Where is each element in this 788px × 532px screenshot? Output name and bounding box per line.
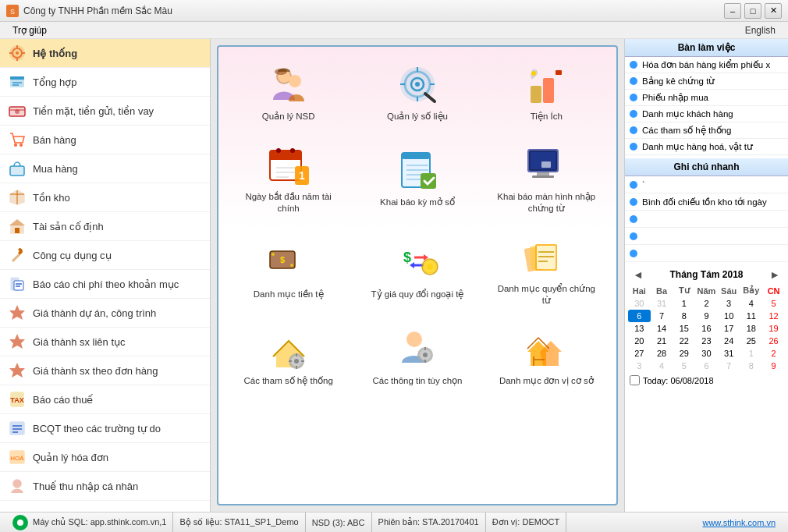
- calendar-day[interactable]: 18: [740, 322, 763, 335]
- calendar-day[interactable]: 31: [718, 347, 740, 360]
- sidebar-item-thuethu[interactable]: Thuế thu nhập cá nhân: [0, 472, 210, 501]
- content-item-danhmucdonvi[interactable]: Danh mục đơn vị cơ sở: [486, 321, 607, 393]
- calendar-day[interactable]: 12: [762, 310, 785, 322]
- calendar-day[interactable]: 1: [673, 297, 695, 310]
- content-item-cacthamso[interactable]: Các tham số hệ thống: [228, 321, 349, 393]
- calendar-day[interactable]: 1: [740, 347, 763, 360]
- sidebar-item-taisan[interactable]: Tài sản cố định: [0, 212, 210, 241]
- content-item-quanlynsd[interactable]: Quản lý NSD: [228, 56, 349, 129]
- calendar-day[interactable]: 2: [695, 297, 718, 310]
- calendar-day[interactable]: 14: [651, 322, 673, 335]
- content-item-khaibaomanh[interactable]: Khai báo màn hình nhập chứng từ: [486, 137, 607, 221]
- workspace-item-1[interactable]: Bảng kê chứng từ: [625, 73, 788, 90]
- sidebar-item-congcu[interactable]: Công cụ dụng cụ: [0, 241, 210, 270]
- sidebar-item-tienmat[interactable]: Tiền mặt, tiền gửi, tiền vay: [0, 97, 210, 126]
- sidebar-item-bcqt[interactable]: BCQT theo các trường tự do: [0, 414, 210, 443]
- sidebar-item-baocaothue[interactable]: TAX Báo cáo thuế: [0, 385, 210, 414]
- calendar-prev-button[interactable]: ◄: [630, 268, 647, 281]
- status-website[interactable]: www.sthink.com.vn: [696, 512, 782, 532]
- sidebar-item-banhang[interactable]: Bán hàng: [0, 126, 210, 154]
- content-item-tygiaquyoi[interactable]: $ Tỷ giá quy đổi ngoại tệ: [357, 229, 477, 313]
- sidebar-item-baocaochiphi[interactable]: Báo cáo chi phí theo khoản mục: [0, 270, 210, 299]
- content-item-ngaybatdau[interactable]: 1 Ngày bắt đầu năm tài chính: [228, 137, 349, 221]
- workspace-dot: [630, 77, 637, 85]
- calendar-day[interactable]: 7: [718, 360, 740, 372]
- sidebar-item-giathanhduan[interactable]: Giá thành dự án, công trình: [0, 299, 210, 328]
- close-button[interactable]: ✕: [765, 3, 782, 19]
- content-item-danhmucquyen[interactable]: Danh mục quyển chứng từ: [486, 229, 607, 313]
- calendar-day[interactable]: 21: [651, 335, 673, 347]
- sidebar-item-tonkho[interactable]: Tồn kho: [0, 183, 210, 212]
- calendar-day[interactable]: 23: [695, 335, 718, 347]
- language-selector[interactable]: English: [739, 23, 782, 37]
- calendar-day[interactable]: 15: [673, 322, 695, 335]
- calendar-day[interactable]: 4: [651, 360, 673, 372]
- workspace-item-4[interactable]: Các tham số hệ thống: [625, 122, 788, 139]
- calendar-day[interactable]: 17: [718, 322, 740, 335]
- workspace-item-0[interactable]: Hóa đơn bán hàng kiểm phiếu x: [625, 57, 788, 73]
- calendar-day[interactable]: 3: [628, 360, 651, 372]
- sidebar-label-tonkho: Tồn kho: [33, 192, 70, 204]
- note-item-0[interactable]: `: [625, 176, 788, 193]
- cal-header-sau: Sáu: [718, 284, 740, 297]
- calendar-day[interactable]: 4: [740, 297, 763, 310]
- note-item-3[interactable]: [625, 228, 788, 245]
- maximize-button[interactable]: □: [744, 3, 761, 19]
- content-item-khaibaokymoso[interactable]: Khai báo kỳ mở sổ: [357, 137, 477, 221]
- note-item-1[interactable]: Bình đối chiếu tồn kho tới ngày: [625, 193, 788, 211]
- calendar-day[interactable]: 22: [673, 335, 695, 347]
- note-item-4[interactable]: [625, 245, 788, 262]
- calendar-day[interactable]: 5: [762, 297, 785, 310]
- calendar-next-button[interactable]: ►: [766, 268, 783, 281]
- calendar-day[interactable]: 29: [673, 347, 695, 360]
- calendar-day[interactable]: 30: [628, 297, 651, 310]
- calendar-day[interactable]: 3: [718, 297, 740, 310]
- workspace-item-2[interactable]: Phiếu nhập mua: [625, 90, 788, 106]
- khaibaokymoso-label: Khai báo kỳ mở sổ: [380, 197, 455, 208]
- sidebar-item-muahang[interactable]: Mua hàng: [0, 154, 210, 183]
- cal-header-ba: Ba: [651, 284, 673, 297]
- help-menu[interactable]: Trợ giúp: [6, 23, 53, 37]
- content-item-danhmuctiente[interactable]: $ Danh mục tiền tệ: [228, 229, 349, 313]
- calendar-day[interactable]: 7: [651, 310, 673, 322]
- content-item-tienich[interactable]: Tiện Ích: [486, 56, 607, 129]
- workspace-item-5[interactable]: Danh mục hàng hoá, vật tư: [625, 139, 788, 155]
- calendar-day[interactable]: 27: [628, 347, 651, 360]
- content-area: Quản lý NSD Quản lý: [211, 39, 624, 512]
- calendar-day[interactable]: 9: [695, 310, 718, 322]
- minimize-button[interactable]: –: [724, 3, 741, 19]
- sidebar-item-hethong[interactable]: Hệ thống: [0, 39, 210, 68]
- workspace-item-3[interactable]: Danh mục khách hàng: [625, 106, 788, 122]
- calendar-day[interactable]: 31: [651, 297, 673, 310]
- calendar-day[interactable]: 10: [718, 310, 740, 322]
- calendar-day[interactable]: 6: [628, 310, 651, 322]
- calendar-day[interactable]: 9: [762, 360, 785, 372]
- quanlysodlieu-label: Quản lý số liệu: [387, 111, 448, 122]
- sidebar-item-giathanhdon[interactable]: Giá thành sx theo đơn hàng: [0, 356, 210, 385]
- calendar-day[interactable]: 13: [628, 322, 651, 335]
- sidebar-item-giathanhsx[interactable]: Giá thành sx liên tục: [0, 328, 210, 356]
- note-dot: [630, 232, 637, 240]
- calendar-day[interactable]: 6: [695, 360, 718, 372]
- calendar-day[interactable]: 5: [673, 360, 695, 372]
- calendar-day[interactable]: 19: [762, 322, 785, 335]
- note-item-2[interactable]: [625, 211, 788, 228]
- calendar-day[interactable]: 16: [695, 322, 718, 335]
- sidebar-item-quanlyhodon[interactable]: HOÁ Quản lý hóa đơn: [0, 443, 210, 472]
- calendar-day[interactable]: 25: [740, 335, 763, 347]
- notes-title: Ghi chú nhanh: [625, 158, 788, 176]
- calendar-day[interactable]: 24: [718, 335, 740, 347]
- calendar-day[interactable]: 28: [651, 347, 673, 360]
- calendar-day[interactable]: 11: [740, 310, 763, 322]
- calendar-day[interactable]: 8: [740, 360, 763, 372]
- calendar-day[interactable]: 20: [628, 335, 651, 347]
- content-item-cacthongtin[interactable]: Các thông tin tùy chọn: [357, 321, 477, 393]
- calendar-day[interactable]: 8: [673, 310, 695, 322]
- sidebar-item-tonghop[interactable]: Tổng hợp: [0, 68, 210, 97]
- calendar-day[interactable]: 2: [762, 347, 785, 360]
- calendar-day[interactable]: 26: [762, 335, 785, 347]
- calendar-day[interactable]: 30: [695, 347, 718, 360]
- svg-point-67: [290, 148, 295, 153]
- content-item-quanlysodlieu[interactable]: Quản lý số liệu: [357, 56, 477, 129]
- today-checkbox[interactable]: [630, 375, 640, 385]
